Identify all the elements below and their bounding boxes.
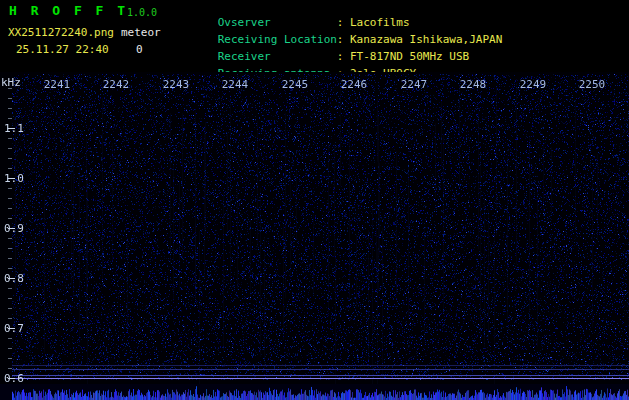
station-info: Ovserver: Lacofilms Receiving Location: …: [178, 3, 502, 71]
meteor-label: meteor: [121, 26, 161, 39]
info-row-observer: Ovserver: Lacofilms: [178, 3, 502, 20]
timestamp-label: 25.11.27 22:40: [16, 43, 109, 56]
y-tick-label: 1.1: [4, 122, 24, 135]
info-label: Receiver: [218, 50, 337, 63]
time-tick-label: 2246: [341, 78, 368, 91]
time-tick-label: 2242: [103, 78, 130, 91]
time-tick-label: 2247: [401, 78, 428, 91]
frequency-unit-label: kHz: [1, 76, 21, 89]
hrofft-window: H R O F F T 1.0.0 XX2511272240.png meteo…: [0, 0, 629, 400]
y-tick-label: 0.9: [4, 222, 24, 235]
y-tick-label: 1.0: [4, 172, 24, 185]
time-tick-label: 2250: [579, 78, 606, 91]
y-tick-label: 0.6: [4, 372, 24, 385]
info-value: : Lacofilms: [337, 16, 410, 29]
filename-label: XX2511272240.png: [8, 26, 114, 39]
time-tick-label: 2248: [460, 78, 487, 91]
info-label: Receiving Location: [218, 33, 337, 46]
y-tick-label: 0.7: [4, 322, 24, 335]
version-label: 1.0.0: [127, 6, 157, 19]
meteor-count: 0: [136, 43, 143, 56]
y-tick-label: 0.8: [4, 272, 24, 285]
info-value: : Kanazawa Ishikawa,JAPAN: [337, 33, 503, 46]
info-value: : FT-817ND 50MHz USB: [337, 50, 469, 63]
time-tick-label: 2245: [282, 78, 309, 91]
info-label: Ovserver: [218, 16, 337, 29]
time-tick-label: 2243: [163, 78, 190, 91]
time-tick-label: 2241: [44, 78, 71, 91]
spectrogram-canvas: [0, 72, 629, 400]
time-tick-label: 2244: [222, 78, 249, 91]
time-tick-label: 2249: [520, 78, 547, 91]
app-title: H R O F F T: [9, 4, 128, 17]
